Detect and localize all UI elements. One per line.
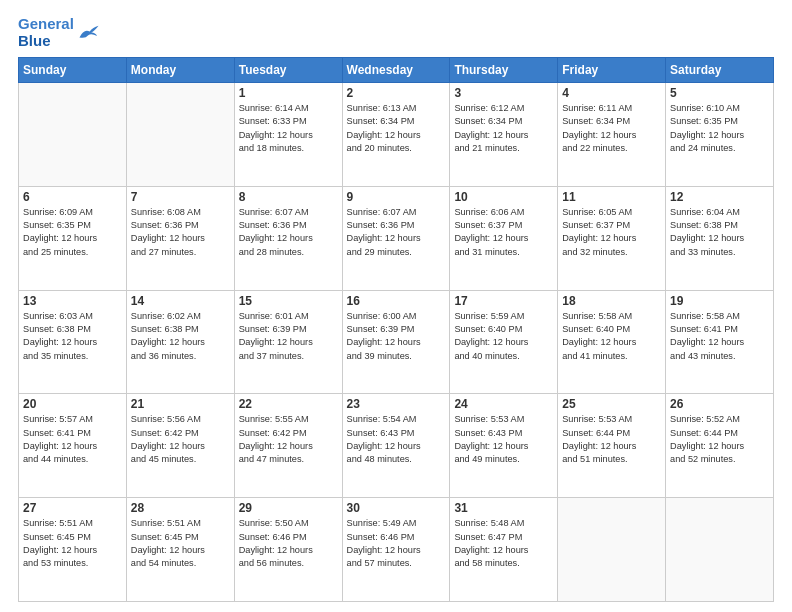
- page: General Blue SundayMondayTuesdayWednesda…: [0, 0, 792, 612]
- calendar-cell: 7Sunrise: 6:08 AM Sunset: 6:36 PM Daylig…: [126, 186, 234, 290]
- calendar-cell: 6Sunrise: 6:09 AM Sunset: 6:35 PM Daylig…: [19, 186, 127, 290]
- day-number: 12: [670, 190, 769, 204]
- day-info: Sunrise: 6:05 AM Sunset: 6:37 PM Dayligh…: [562, 206, 661, 259]
- calendar-cell: 31Sunrise: 5:48 AM Sunset: 6:47 PM Dayli…: [450, 498, 558, 602]
- day-number: 14: [131, 294, 230, 308]
- day-info: Sunrise: 5:56 AM Sunset: 6:42 PM Dayligh…: [131, 413, 230, 466]
- calendar-cell: 27Sunrise: 5:51 AM Sunset: 6:45 PM Dayli…: [19, 498, 127, 602]
- day-info: Sunrise: 5:53 AM Sunset: 6:44 PM Dayligh…: [562, 413, 661, 466]
- day-info: Sunrise: 6:14 AM Sunset: 6:33 PM Dayligh…: [239, 102, 338, 155]
- calendar-cell: 29Sunrise: 5:50 AM Sunset: 6:46 PM Dayli…: [234, 498, 342, 602]
- weekday-header: Wednesday: [342, 58, 450, 83]
- calendar-cell: 8Sunrise: 6:07 AM Sunset: 6:36 PM Daylig…: [234, 186, 342, 290]
- weekday-header: Friday: [558, 58, 666, 83]
- calendar-cell: 5Sunrise: 6:10 AM Sunset: 6:35 PM Daylig…: [666, 83, 774, 187]
- calendar-cell: 4Sunrise: 6:11 AM Sunset: 6:34 PM Daylig…: [558, 83, 666, 187]
- day-number: 9: [347, 190, 446, 204]
- calendar-cell: 14Sunrise: 6:02 AM Sunset: 6:38 PM Dayli…: [126, 290, 234, 394]
- day-info: Sunrise: 6:04 AM Sunset: 6:38 PM Dayligh…: [670, 206, 769, 259]
- day-info: Sunrise: 6:07 AM Sunset: 6:36 PM Dayligh…: [347, 206, 446, 259]
- header: General Blue: [18, 16, 774, 49]
- day-number: 25: [562, 397, 661, 411]
- day-number: 5: [670, 86, 769, 100]
- weekday-header: Sunday: [19, 58, 127, 83]
- calendar-cell: [126, 83, 234, 187]
- day-number: 19: [670, 294, 769, 308]
- day-number: 30: [347, 501, 446, 515]
- calendar-cell: 9Sunrise: 6:07 AM Sunset: 6:36 PM Daylig…: [342, 186, 450, 290]
- calendar-cell: 20Sunrise: 5:57 AM Sunset: 6:41 PM Dayli…: [19, 394, 127, 498]
- calendar-table: SundayMondayTuesdayWednesdayThursdayFrid…: [18, 57, 774, 602]
- calendar-week-row: 6Sunrise: 6:09 AM Sunset: 6:35 PM Daylig…: [19, 186, 774, 290]
- day-number: 27: [23, 501, 122, 515]
- day-info: Sunrise: 6:12 AM Sunset: 6:34 PM Dayligh…: [454, 102, 553, 155]
- day-info: Sunrise: 5:57 AM Sunset: 6:41 PM Dayligh…: [23, 413, 122, 466]
- calendar-cell: 12Sunrise: 6:04 AM Sunset: 6:38 PM Dayli…: [666, 186, 774, 290]
- day-info: Sunrise: 5:59 AM Sunset: 6:40 PM Dayligh…: [454, 310, 553, 363]
- day-info: Sunrise: 6:07 AM Sunset: 6:36 PM Dayligh…: [239, 206, 338, 259]
- day-number: 20: [23, 397, 122, 411]
- day-info: Sunrise: 5:54 AM Sunset: 6:43 PM Dayligh…: [347, 413, 446, 466]
- calendar-cell: 11Sunrise: 6:05 AM Sunset: 6:37 PM Dayli…: [558, 186, 666, 290]
- day-number: 15: [239, 294, 338, 308]
- day-number: 10: [454, 190, 553, 204]
- day-number: 2: [347, 86, 446, 100]
- day-info: Sunrise: 5:51 AM Sunset: 6:45 PM Dayligh…: [23, 517, 122, 570]
- day-info: Sunrise: 5:58 AM Sunset: 6:40 PM Dayligh…: [562, 310, 661, 363]
- calendar-cell: 2Sunrise: 6:13 AM Sunset: 6:34 PM Daylig…: [342, 83, 450, 187]
- calendar-cell: 26Sunrise: 5:52 AM Sunset: 6:44 PM Dayli…: [666, 394, 774, 498]
- logo: General Blue: [18, 16, 100, 49]
- day-number: 1: [239, 86, 338, 100]
- day-number: 6: [23, 190, 122, 204]
- day-number: 24: [454, 397, 553, 411]
- calendar-cell: 3Sunrise: 6:12 AM Sunset: 6:34 PM Daylig…: [450, 83, 558, 187]
- day-number: 16: [347, 294, 446, 308]
- calendar-week-row: 13Sunrise: 6:03 AM Sunset: 6:38 PM Dayli…: [19, 290, 774, 394]
- day-info: Sunrise: 5:48 AM Sunset: 6:47 PM Dayligh…: [454, 517, 553, 570]
- weekday-header: Monday: [126, 58, 234, 83]
- day-number: 8: [239, 190, 338, 204]
- day-info: Sunrise: 6:13 AM Sunset: 6:34 PM Dayligh…: [347, 102, 446, 155]
- day-info: Sunrise: 6:03 AM Sunset: 6:38 PM Dayligh…: [23, 310, 122, 363]
- calendar-cell: 13Sunrise: 6:03 AM Sunset: 6:38 PM Dayli…: [19, 290, 127, 394]
- weekday-header: Tuesday: [234, 58, 342, 83]
- calendar-cell: 23Sunrise: 5:54 AM Sunset: 6:43 PM Dayli…: [342, 394, 450, 498]
- day-info: Sunrise: 5:53 AM Sunset: 6:43 PM Dayligh…: [454, 413, 553, 466]
- day-info: Sunrise: 5:49 AM Sunset: 6:46 PM Dayligh…: [347, 517, 446, 570]
- logo-text: General Blue: [18, 16, 74, 49]
- day-number: 18: [562, 294, 661, 308]
- day-number: 4: [562, 86, 661, 100]
- calendar-cell: 15Sunrise: 6:01 AM Sunset: 6:39 PM Dayli…: [234, 290, 342, 394]
- day-info: Sunrise: 6:00 AM Sunset: 6:39 PM Dayligh…: [347, 310, 446, 363]
- calendar-cell: 10Sunrise: 6:06 AM Sunset: 6:37 PM Dayli…: [450, 186, 558, 290]
- day-info: Sunrise: 5:51 AM Sunset: 6:45 PM Dayligh…: [131, 517, 230, 570]
- calendar-week-row: 1Sunrise: 6:14 AM Sunset: 6:33 PM Daylig…: [19, 83, 774, 187]
- day-info: Sunrise: 6:02 AM Sunset: 6:38 PM Dayligh…: [131, 310, 230, 363]
- day-info: Sunrise: 6:10 AM Sunset: 6:35 PM Dayligh…: [670, 102, 769, 155]
- day-info: Sunrise: 5:50 AM Sunset: 6:46 PM Dayligh…: [239, 517, 338, 570]
- day-number: 26: [670, 397, 769, 411]
- day-info: Sunrise: 6:08 AM Sunset: 6:36 PM Dayligh…: [131, 206, 230, 259]
- day-number: 17: [454, 294, 553, 308]
- day-number: 22: [239, 397, 338, 411]
- calendar-cell: 25Sunrise: 5:53 AM Sunset: 6:44 PM Dayli…: [558, 394, 666, 498]
- day-info: Sunrise: 6:09 AM Sunset: 6:35 PM Dayligh…: [23, 206, 122, 259]
- day-info: Sunrise: 5:52 AM Sunset: 6:44 PM Dayligh…: [670, 413, 769, 466]
- weekday-header: Saturday: [666, 58, 774, 83]
- calendar-cell: 18Sunrise: 5:58 AM Sunset: 6:40 PM Dayli…: [558, 290, 666, 394]
- calendar-cell: [558, 498, 666, 602]
- calendar-cell: [666, 498, 774, 602]
- calendar-cell: 22Sunrise: 5:55 AM Sunset: 6:42 PM Dayli…: [234, 394, 342, 498]
- day-info: Sunrise: 6:01 AM Sunset: 6:39 PM Dayligh…: [239, 310, 338, 363]
- day-number: 7: [131, 190, 230, 204]
- calendar-cell: [19, 83, 127, 187]
- day-number: 31: [454, 501, 553, 515]
- day-info: Sunrise: 6:11 AM Sunset: 6:34 PM Dayligh…: [562, 102, 661, 155]
- day-number: 11: [562, 190, 661, 204]
- calendar-cell: 24Sunrise: 5:53 AM Sunset: 6:43 PM Dayli…: [450, 394, 558, 498]
- day-info: Sunrise: 6:06 AM Sunset: 6:37 PM Dayligh…: [454, 206, 553, 259]
- day-number: 13: [23, 294, 122, 308]
- day-number: 23: [347, 397, 446, 411]
- calendar-cell: 28Sunrise: 5:51 AM Sunset: 6:45 PM Dayli…: [126, 498, 234, 602]
- calendar-cell: 17Sunrise: 5:59 AM Sunset: 6:40 PM Dayli…: [450, 290, 558, 394]
